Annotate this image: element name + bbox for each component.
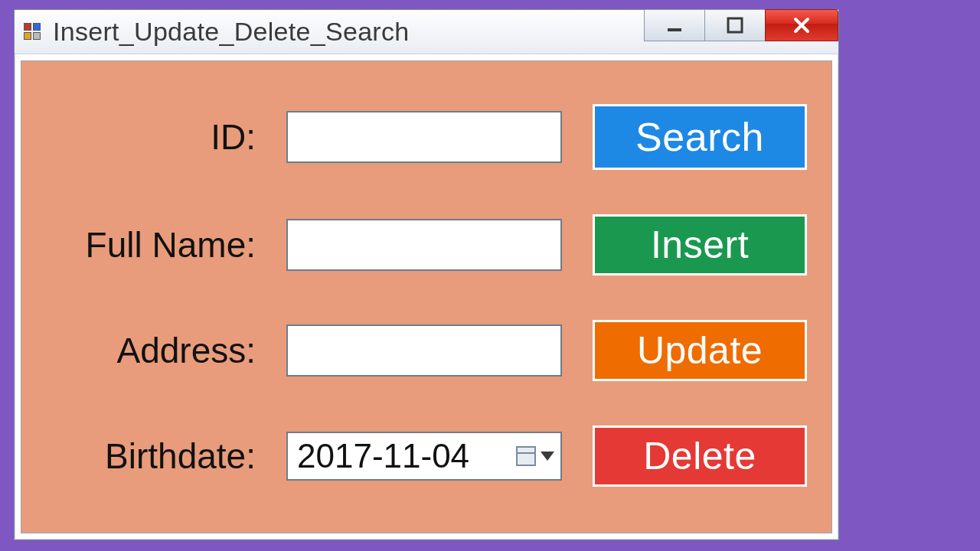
fullname-label: Full Name: xyxy=(49,224,256,266)
calendar-icon xyxy=(516,446,536,466)
update-button[interactable]: Update xyxy=(593,320,807,381)
birthdate-picker[interactable]: 2017-11-04 xyxy=(286,432,562,481)
minimize-button[interactable] xyxy=(644,9,705,41)
birthdate-label: Birthdate: xyxy=(49,435,256,477)
search-button[interactable]: Search xyxy=(593,104,807,170)
calendar-dropdown-icon[interactable] xyxy=(516,446,554,466)
maximize-button[interactable] xyxy=(704,9,766,41)
titlebar[interactable]: Insert_Update_Delete_Search xyxy=(15,10,838,54)
chevron-down-icon xyxy=(541,452,554,461)
delete-button[interactable]: Delete xyxy=(593,425,807,487)
id-input[interactable] xyxy=(286,111,562,163)
insert-button[interactable]: Insert xyxy=(593,214,807,276)
id-label: ID: xyxy=(49,116,256,158)
svg-rect-1 xyxy=(728,18,742,32)
window-controls xyxy=(645,9,838,41)
side-caption: VB.Net And MySQL xyxy=(975,545,980,551)
svg-rect-0 xyxy=(668,28,681,31)
app-window: Insert_Update_Delete_Search ID: Search F… xyxy=(14,9,839,540)
address-label: Address: xyxy=(49,330,256,371)
address-input[interactable] xyxy=(286,324,562,377)
close-button[interactable] xyxy=(765,9,838,41)
birthdate-value: 2017-11-04 xyxy=(297,437,469,475)
form-panel: ID: Search Full Name: Insert Address: Up… xyxy=(21,60,832,533)
app-icon xyxy=(24,23,42,41)
form-grid: ID: Search Full Name: Insert Address: Up… xyxy=(49,104,798,487)
window-title: Insert_Update_Delete_Search xyxy=(53,17,410,47)
fullname-input[interactable] xyxy=(286,219,562,271)
